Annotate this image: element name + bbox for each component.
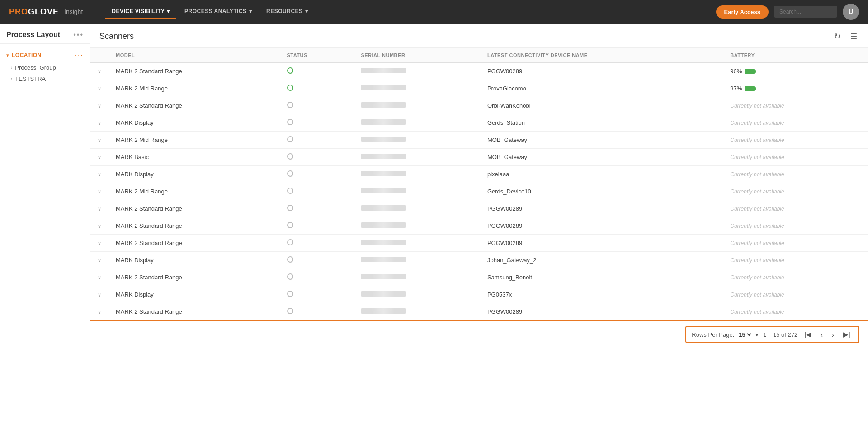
status-indicator — [287, 239, 293, 245]
prev-page-button[interactable]: ‹ — [818, 330, 825, 339]
pagination-bar: Rows Per Page: 15 25 50 ▾ 1 – 15 of 272 … — [90, 320, 868, 348]
serial-number-blurred — [361, 240, 406, 245]
row-status — [280, 303, 354, 320]
row-serial — [354, 252, 480, 269]
chevron-down-icon: ▾ — [755, 331, 759, 338]
group-name: Process_Group — [15, 64, 56, 71]
table-row: ∨MARK 2 Mid RangeGerds_Device10Currently… — [90, 183, 868, 200]
chevron-down-icon[interactable]: ∨ — [98, 206, 101, 212]
row-connectivity: Johan_Gateway_2 — [480, 252, 723, 269]
last-page-button[interactable]: ▶| — [841, 330, 853, 339]
chevron-down-icon[interactable]: ∨ — [98, 69, 101, 74]
row-expand-cell[interactable]: ∨ — [90, 200, 108, 217]
status-indicator — [287, 256, 293, 263]
row-expand-cell[interactable]: ∨ — [90, 63, 108, 80]
avatar[interactable]: U — [843, 4, 859, 20]
row-model: MARK 2 Standard Range — [108, 63, 280, 80]
row-serial — [354, 269, 480, 286]
battery-icon — [745, 69, 755, 74]
battery-display: 97% — [730, 85, 861, 92]
battery-not-available: Currently not available — [730, 103, 784, 109]
chevron-down-icon[interactable]: ∨ — [98, 275, 101, 280]
row-expand-cell[interactable]: ∨ — [90, 183, 108, 200]
col-battery: BATTERY — [723, 48, 868, 63]
filter-button[interactable]: ☰ — [849, 30, 859, 43]
table-row: ∨MARK 2 Mid RangeMOB_GatewayCurrently no… — [90, 132, 868, 149]
battery-display: 96% — [730, 68, 861, 75]
row-expand-cell[interactable]: ∨ — [90, 80, 108, 97]
sidebar-more-button[interactable]: ••• — [73, 31, 84, 39]
row-expand-cell[interactable]: ∨ — [90, 114, 108, 132]
row-expand-cell[interactable]: ∨ — [90, 149, 108, 166]
chevron-down-icon[interactable]: ∨ — [98, 103, 101, 108]
nav-device-visibility[interactable]: DEVICE VISIBILITY ▾ — [105, 5, 176, 19]
early-access-button[interactable]: Early Access — [716, 5, 769, 19]
row-serial — [354, 132, 480, 149]
chevron-down-icon[interactable]: ∨ — [98, 137, 101, 143]
chevron-down-icon[interactable]: ∨ — [98, 258, 101, 263]
status-indicator — [287, 153, 293, 160]
table-body: ∨MARK 2 Standard RangePGGW00289 96% ∨MAR… — [90, 63, 868, 320]
row-expand-cell[interactable]: ∨ — [90, 252, 108, 269]
sidebar-location[interactable]: ▾ LOCATION ··· — [0, 48, 90, 62]
row-connectivity: PGGW00289 — [480, 303, 723, 320]
nav-resources[interactable]: RESOURCES ▾ — [260, 5, 314, 19]
first-page-button[interactable]: |◀ — [802, 330, 814, 339]
row-connectivity: MOB_Gateway — [480, 132, 723, 149]
sidebar-item-teststra[interactable]: › TESTSTRA — [0, 73, 90, 85]
col-expand — [90, 48, 108, 63]
row-serial — [354, 97, 480, 114]
table-row: ∨MARK DisplayPG0537xCurrently not availa… — [90, 286, 868, 303]
status-indicator — [287, 273, 293, 280]
nav-right-area: Early Access U — [716, 4, 859, 20]
row-expand-cell[interactable]: ∨ — [90, 269, 108, 286]
sidebar-title: Process Layout — [6, 31, 60, 39]
refresh-button[interactable]: ↻ — [832, 30, 842, 43]
sidebar-header: Process Layout ••• — [0, 24, 90, 44]
row-expand-cell[interactable]: ∨ — [90, 166, 108, 183]
chevron-down-icon[interactable]: ∨ — [98, 86, 101, 91]
row-serial — [354, 303, 480, 320]
battery-not-available: Currently not available — [730, 188, 784, 195]
serial-number-blurred — [361, 274, 406, 279]
row-serial — [354, 217, 480, 235]
chevron-down-icon[interactable]: ∨ — [98, 155, 101, 160]
search-input[interactable] — [774, 6, 837, 18]
chevron-down-icon[interactable]: ∨ — [98, 223, 101, 229]
chevron-down-icon[interactable]: ∨ — [98, 120, 101, 126]
row-status — [280, 217, 354, 235]
row-expand-cell[interactable]: ∨ — [90, 303, 108, 320]
chevron-down-icon[interactable]: ∨ — [98, 309, 101, 315]
row-battery: Currently not available — [723, 235, 868, 252]
main-layout: Process Layout ••• ▾ LOCATION ··· › Proc… — [0, 24, 868, 424]
row-model: MARK Display — [108, 166, 280, 183]
next-page-button[interactable]: › — [830, 330, 836, 339]
row-expand-cell[interactable]: ∨ — [90, 217, 108, 235]
row-expand-cell[interactable]: ∨ — [90, 235, 108, 252]
status-indicator — [287, 170, 293, 177]
table-row: ∨MARK 2 Standard RangePGGW00289Currently… — [90, 200, 868, 217]
scanners-title: Scanners — [99, 32, 134, 41]
nav-process-analytics[interactable]: PROCESS ANALYTICS ▾ — [178, 5, 258, 19]
row-expand-cell[interactable]: ∨ — [90, 132, 108, 149]
chevron-down-icon[interactable]: ∨ — [98, 172, 101, 177]
battery-not-available: Currently not available — [730, 292, 784, 298]
row-battery: Currently not available — [723, 183, 868, 200]
table-row: ∨MARK 2 Mid RangeProvaGiacomo 97% — [90, 80, 868, 97]
logo-insight: Insight — [64, 8, 83, 15]
row-expand-cell[interactable]: ∨ — [90, 97, 108, 114]
rows-per-page-select[interactable]: 15 25 50 — [737, 331, 753, 339]
row-serial — [354, 80, 480, 97]
chevron-down-icon[interactable]: ∨ — [98, 292, 101, 297]
location-more-button[interactable]: ··· — [75, 51, 84, 59]
row-battery: Currently not available — [723, 132, 868, 149]
chevron-down-icon[interactable]: ∨ — [98, 240, 101, 246]
sidebar-item-process-group[interactable]: › Process_Group — [0, 62, 90, 73]
battery-not-available: Currently not available — [730, 257, 784, 264]
row-connectivity: MOB_Gateway — [480, 149, 723, 166]
row-expand-cell[interactable]: ∨ — [90, 286, 108, 303]
serial-number-blurred — [361, 205, 406, 211]
serial-number-blurred — [361, 308, 406, 314]
chevron-down-icon[interactable]: ∨ — [98, 189, 101, 194]
top-navigation: PROGLOVE Insight DEVICE VISIBILITY ▾ PRO… — [0, 0, 868, 24]
